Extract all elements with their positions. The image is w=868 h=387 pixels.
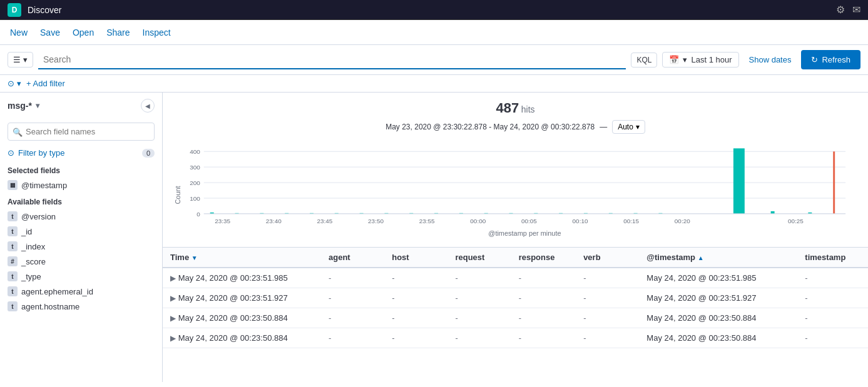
field-type-icon: t <box>8 286 18 296</box>
cell-expand: ▶ May 24, 2020 @ 00:23:51.927 <box>163 288 321 308</box>
sidebar: msg-* ▾ ◀ 🔍 ⊙ Filter by type 0 Selected … <box>0 93 163 382</box>
col-header-request[interactable]: request <box>447 248 511 268</box>
field-name: agent.hostname <box>21 302 79 311</box>
add-filter-button[interactable]: + Add filter <box>26 79 65 88</box>
cell-request: - <box>447 308 511 328</box>
nav-save[interactable]: Save <box>40 28 60 38</box>
col-header-verb[interactable]: verb <box>576 248 639 268</box>
field-agent-ephemeral[interactable]: t agent.ephemeral_id <box>0 284 162 299</box>
svg-text:300: 300 <box>190 164 200 171</box>
field-agent-hostname[interactable]: t agent.hostname <box>0 299 162 314</box>
expand-row-button[interactable]: ▶ <box>170 334 176 343</box>
index-pattern-label: msg-* <box>8 101 32 111</box>
field-type-date-icon: ▦ <box>8 180 18 190</box>
sidebar-header: msg-* ▾ ◀ <box>0 93 162 119</box>
histogram-chart: Count 400 300 200 100 0 <box>173 139 858 245</box>
date-range-row: May 23, 2020 @ 23:30:22.878 - May 24, 20… <box>173 120 858 134</box>
hits-count: 487 <box>496 100 519 116</box>
col-header-timestamp[interactable]: timestamp <box>797 248 868 268</box>
svg-text:00:25: 00:25 <box>788 218 804 224</box>
field-type[interactable]: t _type <box>0 269 162 284</box>
col-header-response[interactable]: response <box>511 248 576 268</box>
svg-text:23:50: 23:50 <box>368 218 384 224</box>
filter-circle-icon: ⊙ <box>8 148 14 158</box>
field-name: @version <box>21 212 56 221</box>
cell-agent: - <box>321 268 384 288</box>
col-header-atimestamp[interactable]: @timestamp ▲ <box>639 248 797 268</box>
hits-label: hits <box>521 104 535 114</box>
kql-toggle[interactable]: KQL <box>631 53 657 68</box>
cell-agent: - <box>321 328 384 348</box>
chart-svg-wrapper: Count 400 300 200 100 0 <box>173 139 858 247</box>
expand-row-button[interactable]: ▶ <box>170 274 176 283</box>
filter-icon: ⊙ <box>8 79 14 88</box>
col-header-host[interactable]: host <box>384 248 447 268</box>
cell-timestamp: - <box>797 268 868 288</box>
nav-new[interactable]: New <box>10 28 28 38</box>
expand-row-button[interactable]: ▶ <box>170 314 176 323</box>
settings-icon[interactable]: ⚙ <box>836 4 845 16</box>
search-icon: 🔍 <box>13 127 23 136</box>
cell-host: - <box>384 328 447 348</box>
chart-header: 487 hits <box>173 100 858 116</box>
date-range-dash: — <box>600 123 607 131</box>
cell-agent: - <box>321 288 384 308</box>
refresh-button[interactable]: ↻ Refresh <box>801 50 860 69</box>
chevron-down-icon: ▾ <box>636 123 640 131</box>
col-header-agent[interactable]: agent <box>321 248 384 268</box>
svg-text:23:45: 23:45 <box>317 218 332 224</box>
field-name: _type <box>21 272 41 281</box>
time-picker[interactable]: 📅 ▾ Last 1 hour <box>662 52 738 68</box>
chart-area: 487 hits May 23, 2020 @ 23:30:22.878 - M… <box>163 93 868 248</box>
field-type-icon: t <box>8 271 18 281</box>
field-search-input[interactable] <box>8 123 155 141</box>
field-version[interactable]: t @version <box>0 209 162 224</box>
cell-timestamp: - <box>797 308 868 328</box>
sidebar-collapse-button[interactable]: ◀ <box>141 99 155 113</box>
expand-row-button[interactable]: ▶ <box>170 294 176 303</box>
svg-text:@timestamp per minute: @timestamp per minute <box>488 229 561 237</box>
show-dates-button[interactable]: Show dates <box>744 53 797 67</box>
cell-verb: - <box>576 308 639 328</box>
nav-inspect[interactable]: Inspect <box>143 28 171 38</box>
save-query-icon: ☰ <box>13 55 21 64</box>
cell-atimestamp: May 24, 2020 @ 00:23:50.884 <box>639 308 797 328</box>
field-id[interactable]: t _id <box>0 224 162 239</box>
cell-host: - <box>384 268 447 288</box>
field-score[interactable]: # _score <box>0 254 162 269</box>
search-input[interactable] <box>38 51 626 69</box>
field-name: _id <box>21 227 32 236</box>
filter-bar: ⊙ ▾ + Add filter <box>0 75 868 93</box>
svg-text:23:35: 23:35 <box>215 218 230 224</box>
mail-icon[interactable]: ✉ <box>852 4 860 16</box>
filter-options-button[interactable]: ⊙ ▾ <box>8 79 21 88</box>
selected-field-timestamp[interactable]: ▦ @timestamp <box>0 178 162 193</box>
cell-agent: - <box>321 308 384 328</box>
col-header-time[interactable]: Time ▼ <box>163 248 321 268</box>
filter-by-type-button[interactable]: ⊙ Filter by type <box>8 148 64 158</box>
chevron-down-icon: ▾ <box>23 55 28 64</box>
filter-type-row: ⊙ Filter by type 0 <box>0 144 162 161</box>
svg-rect-30 <box>733 148 745 214</box>
auto-select-button[interactable]: Auto ▾ <box>612 120 645 134</box>
svg-text:00:15: 00:15 <box>623 218 639 224</box>
nav-open[interactable]: Open <box>73 28 94 38</box>
cell-time: May 24, 2020 @ 00:23:51.927 <box>178 293 288 303</box>
results-table: Time ▼ agent host request response verb … <box>163 248 868 348</box>
cell-atimestamp: May 24, 2020 @ 00:23:51.927 <box>639 288 797 308</box>
svg-text:Count: Count <box>174 186 181 204</box>
svg-text:200: 200 <box>190 179 200 186</box>
field-name: agent.ephemeral_id <box>21 287 93 296</box>
svg-text:100: 100 <box>190 195 200 202</box>
cell-verb: - <box>576 328 639 348</box>
index-pattern-selector[interactable]: msg-* ▾ <box>8 101 39 111</box>
chevron-down-icon: ▾ <box>683 55 687 64</box>
field-index[interactable]: t _index <box>0 239 162 254</box>
sort-asc-icon: ▲ <box>698 254 704 261</box>
cell-response: - <box>511 288 576 308</box>
cell-expand: ▶ May 24, 2020 @ 00:23:50.884 <box>163 308 321 328</box>
nav-share[interactable]: Share <box>106 28 130 38</box>
query-options-button[interactable]: ☰ ▾ <box>8 52 33 68</box>
date-range-text: May 23, 2020 @ 23:30:22.878 - May 24, 20… <box>385 123 595 131</box>
cell-host: - <box>384 288 447 308</box>
